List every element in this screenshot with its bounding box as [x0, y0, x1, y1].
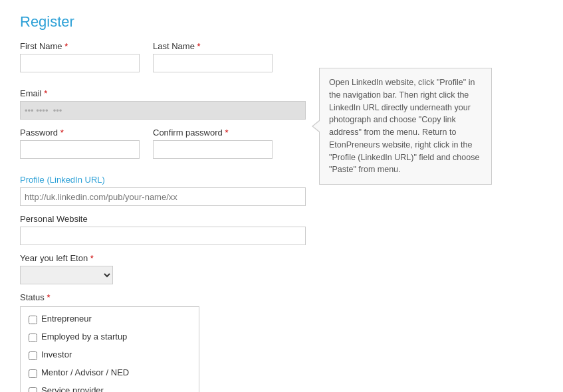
status-option-investor[interactable]: Investor	[29, 349, 191, 362]
status-label: Status *	[20, 292, 306, 302]
website-label: Personal Website	[20, 214, 306, 224]
label-startup: Employed by a startup	[41, 332, 127, 342]
checkbox-mentor[interactable]	[29, 369, 37, 378]
email-label: Email *	[20, 88, 306, 98]
checkbox-entrepreneur[interactable]	[29, 316, 37, 324]
status-option-mentor[interactable]: Mentor / Advisor / NED	[29, 367, 191, 380]
first-name-label: First Name *	[20, 41, 140, 51]
last-name-label: Last Name *	[153, 41, 273, 51]
linkedin-tooltip: Open LinkedIn website, click "Profile" i…	[319, 68, 492, 185]
password-input[interactable]	[20, 140, 140, 159]
first-name-input[interactable]	[20, 54, 140, 72]
checkbox-service[interactable]	[29, 387, 37, 392]
label-service: Service provider	[41, 385, 104, 392]
email-input[interactable]	[20, 101, 306, 120]
status-option-startup[interactable]: Employed by a startup	[29, 332, 191, 344]
confirm-password-input[interactable]	[153, 140, 273, 159]
status-option-service[interactable]: Service provider	[29, 385, 191, 392]
status-option-entrepreneur[interactable]: Entrepreneur	[29, 314, 191, 326]
website-input[interactable]	[20, 227, 306, 245]
tooltip-content: Open LinkedIn website, click "Profile" i…	[319, 68, 492, 185]
checkbox-investor[interactable]	[29, 351, 37, 360]
page-title: Register	[20, 13, 543, 31]
password-label: Password *	[20, 128, 140, 138]
tooltip-arrow-inner	[313, 121, 320, 132]
linkedin-input[interactable]	[20, 187, 306, 206]
label-mentor: Mentor / Advisor / NED	[41, 367, 129, 377]
confirm-password-label: Confirm password *	[153, 128, 273, 138]
label-entrepreneur: Entrepreneur	[41, 314, 92, 324]
last-name-input[interactable]	[153, 54, 273, 72]
status-checkboxes: Entrepreneur Employed by a startup Inves…	[20, 306, 199, 392]
label-investor: Investor	[41, 349, 72, 359]
year-left-select[interactable]	[20, 266, 113, 284]
linkedin-label: Profile (LinkedIn URL)	[20, 175, 306, 185]
year-left-label: Year you left Eton *	[20, 253, 306, 263]
checkbox-startup[interactable]	[29, 334, 37, 342]
